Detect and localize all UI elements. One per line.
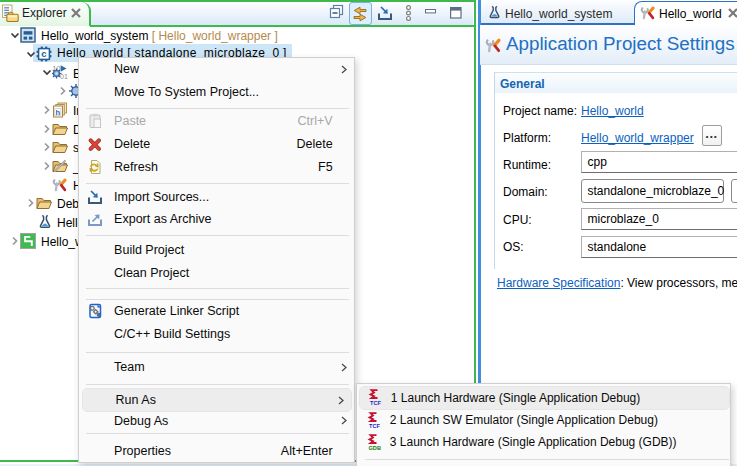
svg-text:GDB: GDB bbox=[368, 445, 380, 451]
svg-text:TCF: TCF bbox=[370, 400, 381, 406]
svg-text:h: h bbox=[55, 107, 60, 116]
svg-text:TCF: TCF bbox=[369, 423, 380, 429]
svg-text:c: c bbox=[41, 48, 46, 59]
